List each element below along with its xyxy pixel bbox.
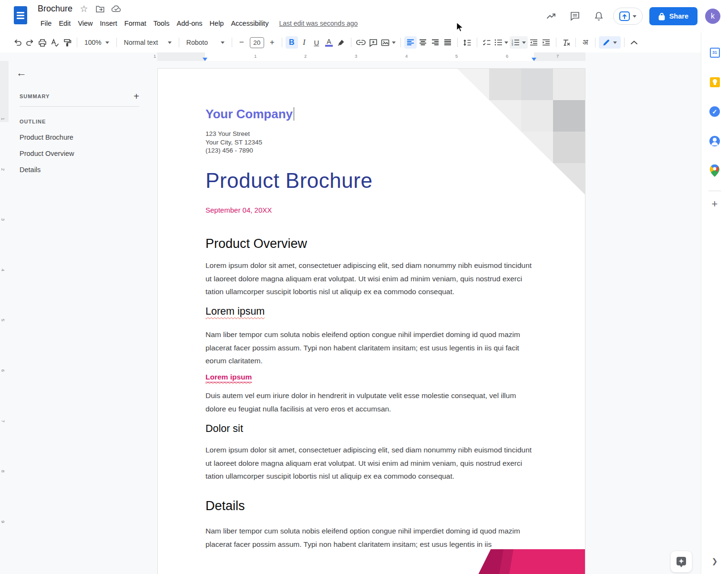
text-color-icon: A — [325, 39, 333, 47]
image-caret-icon — [392, 41, 396, 44]
account-avatar[interactable]: k — [705, 9, 720, 24]
section-heading-details[interactable]: Details — [205, 499, 535, 513]
checklist-button[interactable] — [481, 36, 493, 49]
google-keep-icon[interactable] — [705, 72, 724, 92]
align-left-button[interactable] — [404, 36, 417, 49]
menu-insert[interactable]: Insert — [97, 18, 121, 29]
horizontal-ruler[interactable]: 1 1 2 3 4 5 6 7 — [0, 52, 728, 61]
explore-button[interactable] — [670, 551, 692, 573]
input-tools-button[interactable]: अ — [579, 36, 592, 49]
close-outline-icon[interactable]: ← — [16, 67, 27, 79]
section-heading-product-overview[interactable]: Product Overview — [205, 236, 535, 251]
lorem-ipsum-link[interactable]: Lorem ipsum — [205, 373, 252, 381]
increase-indent-button[interactable] — [540, 36, 553, 49]
share-button[interactable]: Share — [649, 7, 697, 25]
section-body-product-overview[interactable]: Lorem ipsum dolor sit amet, consectetuer… — [205, 259, 535, 298]
editing-mode-caret-icon — [613, 41, 617, 44]
section-body-duis-autem[interactable]: Duis autem vel eum iriure dolor in hendr… — [205, 389, 535, 415]
outline-item-details[interactable]: Details — [10, 162, 148, 178]
star-icon[interactable]: ☆ — [79, 4, 89, 14]
google-docs-app: Brochure ☆ File Edit View Insert Format … — [0, 0, 728, 574]
menu-addons[interactable]: Add-ons — [174, 18, 206, 29]
vertical-ruler[interactable]: 1 2 3 4 5 6 7 8 9 — [0, 61, 9, 574]
section-body-dolor-sit[interactable]: Lorem ipsum dolor sit amet, consectetuer… — [205, 443, 535, 483]
align-justify-button[interactable] — [441, 36, 454, 49]
bulleted-list-button[interactable] — [493, 36, 510, 49]
menu-bar: File Edit View Insert Format Tools Add-o… — [37, 18, 358, 29]
bold-button[interactable]: B — [286, 36, 298, 49]
italic-button[interactable]: I — [298, 36, 310, 49]
editing-mode-button[interactable] — [599, 36, 621, 49]
paragraph-style-select[interactable]: Normal text — [120, 36, 175, 49]
numbered-list-button[interactable]: 1 2 3 — [510, 36, 528, 49]
comment-history-icon[interactable] — [565, 7, 584, 26]
outline-item-product-overview[interactable]: Product Overview — [10, 145, 148, 162]
hide-side-panel-chevron[interactable]: ❯ — [712, 557, 718, 565]
lock-icon — [658, 12, 665, 20]
google-tasks-icon[interactable]: ✓ — [705, 102, 724, 121]
redo-button[interactable] — [24, 36, 36, 49]
document-page[interactable]: Your Company 123 Your Street Your City, … — [157, 68, 585, 574]
lorem-ipsum-link-wrap: Lorem ipsum — [205, 373, 252, 381]
collapse-toolbar-button[interactable] — [628, 36, 640, 49]
menu-tools[interactable]: Tools — [150, 18, 173, 29]
document-date[interactable]: September 04, 20XX — [205, 206, 535, 214]
font-select[interactable]: Roboto — [183, 36, 228, 49]
left-indent-marker[interactable] — [203, 58, 207, 61]
activity-dashboard-icon[interactable] — [542, 7, 561, 26]
outline-panel: ← SUMMARY + OUTLINE Product Brochure Pro… — [10, 67, 148, 178]
move-folder-icon[interactable] — [95, 4, 105, 14]
google-docs-logo-icon[interactable] — [14, 6, 27, 24]
menu-edit[interactable]: Edit — [55, 18, 74, 29]
cloud-status-icon[interactable] — [112, 4, 121, 14]
svg-text:3: 3 — [512, 43, 513, 46]
align-right-button[interactable] — [429, 36, 441, 49]
underline-button[interactable]: U — [310, 36, 323, 49]
decrease-indent-button[interactable] — [528, 36, 540, 49]
add-comment-button[interactable] — [367, 36, 379, 49]
align-center-button[interactable] — [417, 36, 429, 49]
pen-icon — [603, 39, 610, 46]
insert-link-button[interactable] — [355, 36, 367, 49]
get-addons-button[interactable]: + — [712, 198, 718, 210]
add-summary-button[interactable]: + — [133, 92, 139, 100]
menu-view[interactable]: View — [74, 18, 96, 29]
decorative-pink-ribbon — [478, 549, 585, 574]
font-size-decrease-button[interactable]: − — [236, 36, 248, 49]
google-contacts-icon[interactable] — [705, 132, 724, 151]
section-heading-dolor-sit[interactable]: Dolor sit — [205, 423, 535, 435]
spellcheck-button[interactable] — [49, 36, 61, 49]
font-size-increase-button[interactable]: + — [266, 36, 278, 49]
menu-help[interactable]: Help — [206, 18, 227, 29]
google-maps-icon[interactable] — [705, 161, 724, 180]
insert-image-button[interactable] — [379, 36, 397, 49]
last-edit-link[interactable]: Last edit was seconds ago — [279, 20, 358, 27]
highlight-color-button[interactable] — [335, 36, 348, 49]
zoom-select[interactable]: 100% — [81, 36, 113, 49]
outline-label: OUTLINE — [20, 119, 46, 124]
undo-button[interactable] — [11, 36, 24, 49]
clear-formatting-button[interactable] — [560, 36, 572, 49]
right-indent-marker[interactable] — [532, 58, 536, 61]
line-spacing-button[interactable] — [461, 36, 473, 49]
document-heading-title[interactable]: Product Brochure — [205, 169, 535, 193]
print-button[interactable] — [36, 36, 49, 49]
menu-format[interactable]: Format — [121, 18, 150, 29]
section-heading-lorem-ipsum[interactable]: Lorem ipsum — [205, 306, 265, 317]
text-color-button[interactable]: A — [323, 36, 335, 49]
font-size-input[interactable]: 20 — [250, 37, 264, 48]
font-caret-icon — [221, 41, 225, 44]
menu-file[interactable]: File — [37, 18, 55, 29]
company-address[interactable]: 123 Your Street Your City, ST 12345 (123… — [205, 130, 535, 155]
paint-format-button[interactable] — [61, 36, 73, 49]
section-body-lorem-ipsum[interactable]: Nam liber tempor cum soluta nobis eleife… — [205, 328, 535, 368]
section-body-details[interactable]: Nam liber tempor cum soluta nobis eleife… — [205, 524, 535, 551]
company-name-text[interactable]: Your Company — [205, 107, 293, 121]
present-button[interactable] — [613, 8, 643, 25]
outline-item-product-brochure[interactable]: Product Brochure — [10, 129, 148, 145]
google-calendar-icon[interactable]: 31 — [705, 43, 724, 62]
present-icon — [619, 11, 630, 21]
document-title[interactable]: Brochure — [38, 4, 72, 14]
menu-accessibility[interactable]: Accessibility — [227, 18, 272, 29]
notifications-bell-icon[interactable] — [589, 7, 608, 26]
